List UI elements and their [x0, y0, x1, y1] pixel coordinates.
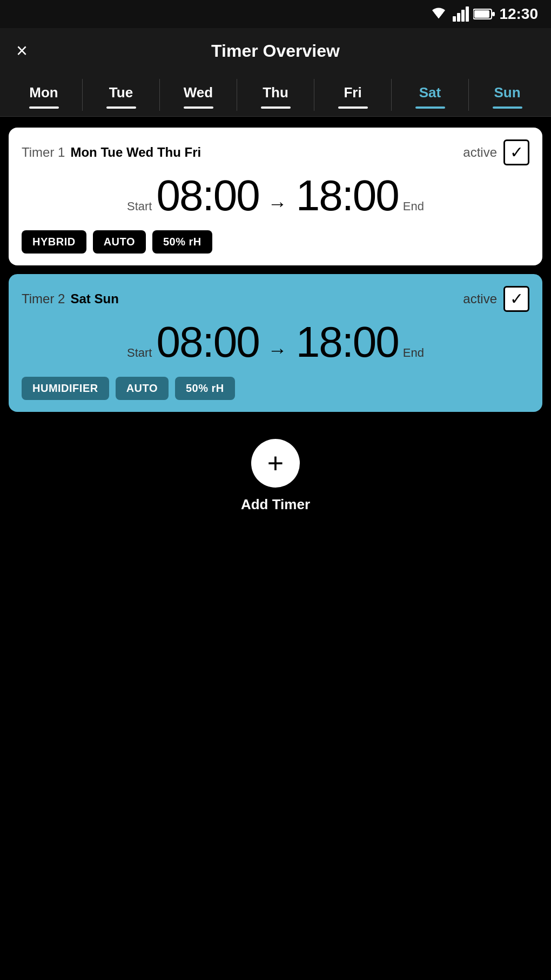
- svg-rect-0: [453, 16, 456, 22]
- day-tab-fri[interactable]: Fri: [314, 74, 391, 116]
- day-tab-underline-wed: [184, 106, 213, 109]
- day-tab-label-wed: Wed: [184, 84, 213, 101]
- day-tabs: Mon Tue Wed Thu Fri Sat Sun: [0, 74, 551, 117]
- timer-end-time[interactable]: 18:00: [296, 171, 399, 221]
- main-content: Timer 1 Mon Tue Wed Thu Fri active ✓ Sta…: [0, 117, 551, 423]
- close-button[interactable]: ×: [16, 41, 28, 61]
- timer-arrow-icon: →: [268, 192, 287, 215]
- timer-active-area: active ✓: [463, 139, 529, 165]
- timer-days: Mon Tue Wed Thu Fri: [70, 145, 201, 160]
- status-time: 12:30: [499, 5, 538, 23]
- day-tab-label-sat: Sat: [419, 84, 441, 101]
- header: × Timer Overview: [0, 28, 551, 74]
- add-timer-plus-icon: +: [267, 449, 284, 477]
- day-tab-label-tue: Tue: [109, 84, 133, 101]
- day-tab-underline-thu: [261, 106, 291, 109]
- day-tab-label-thu: Thu: [263, 84, 288, 101]
- timer-tag: HUMIDIFIER: [22, 377, 109, 400]
- wifi-icon: [429, 6, 448, 22]
- timer-days: Sat Sun: [70, 291, 118, 306]
- timer-active-checkbox[interactable]: ✓: [503, 286, 529, 312]
- timer-start-time[interactable]: 08:00: [156, 171, 259, 221]
- timer-active-label: active: [463, 291, 497, 306]
- status-bar: 12:30: [0, 0, 551, 28]
- timer-card-timer1[interactable]: Timer 1 Mon Tue Wed Thu Fri active ✓ Sta…: [9, 128, 542, 265]
- day-tab-label-fri: Fri: [344, 84, 361, 101]
- day-tab-underline-sat: [415, 106, 445, 109]
- day-tab-underline-sun: [493, 106, 522, 109]
- day-tab-label-sun: Sun: [494, 84, 520, 101]
- timer-tag: AUTO: [93, 230, 146, 254]
- timer-time-row: Start 08:00 → 18:00 End: [22, 171, 529, 221]
- timer-tags: HYBRIDAUTO50% rH: [22, 230, 529, 254]
- checkmark-icon: ✓: [510, 144, 523, 161]
- timer-card-timer2[interactable]: Timer 2 Sat Sun active ✓ Start 08:00 → 1…: [9, 274, 542, 412]
- timer-arrow-icon: →: [268, 339, 287, 362]
- checkmark-icon: ✓: [510, 291, 523, 307]
- timer-active-area: active ✓: [463, 286, 529, 312]
- timer-end-label: End: [403, 199, 424, 214]
- day-tab-thu[interactable]: Thu: [237, 74, 314, 116]
- day-tab-sat[interactable]: Sat: [392, 74, 468, 116]
- timer-tags: HUMIDIFIERAUTO50% rH: [22, 377, 529, 400]
- timer-tag: AUTO: [116, 377, 169, 400]
- timer-start-label: Start: [127, 199, 152, 214]
- svg-rect-5: [474, 10, 489, 18]
- signal-icon: [453, 6, 469, 22]
- timer-end-label: End: [403, 346, 424, 360]
- svg-rect-6: [492, 12, 495, 16]
- timer-active-checkbox[interactable]: ✓: [503, 139, 529, 165]
- timer-tag: 50% rH: [152, 230, 212, 254]
- svg-rect-3: [466, 6, 469, 22]
- day-tab-underline-fri: [338, 106, 368, 109]
- svg-rect-2: [461, 10, 465, 22]
- timer-tag: HYBRID: [22, 230, 86, 254]
- add-timer-circle[interactable]: +: [251, 439, 300, 488]
- add-timer-section[interactable]: + Add Timer: [0, 439, 551, 513]
- day-tab-wed[interactable]: Wed: [160, 74, 237, 116]
- day-tab-mon[interactable]: Mon: [5, 74, 82, 116]
- status-icons: 12:30: [429, 5, 538, 23]
- timer-name: Timer 1: [22, 145, 65, 160]
- svg-rect-1: [457, 13, 460, 22]
- day-tab-underline-mon: [29, 106, 59, 109]
- timer-header: Timer 2 Sat Sun active ✓: [22, 286, 529, 312]
- timer-start-time[interactable]: 08:00: [156, 317, 259, 367]
- battery-icon: [473, 8, 495, 20]
- day-tab-sun[interactable]: Sun: [469, 74, 546, 116]
- timer-tag: 50% rH: [175, 377, 235, 400]
- page-title: Timer Overview: [211, 41, 340, 61]
- timer-active-label: active: [463, 145, 497, 160]
- timer-name: Timer 2: [22, 291, 65, 306]
- timer-time-row: Start 08:00 → 18:00 End: [22, 317, 529, 367]
- timer-start-label: Start: [127, 346, 152, 360]
- day-tab-label-mon: Mon: [29, 84, 58, 101]
- timer-end-time[interactable]: 18:00: [296, 317, 399, 367]
- day-tab-tue[interactable]: Tue: [83, 74, 159, 116]
- day-tab-underline-tue: [106, 106, 136, 109]
- add-timer-label: Add Timer: [241, 496, 310, 513]
- timer-header: Timer 1 Mon Tue Wed Thu Fri active ✓: [22, 139, 529, 165]
